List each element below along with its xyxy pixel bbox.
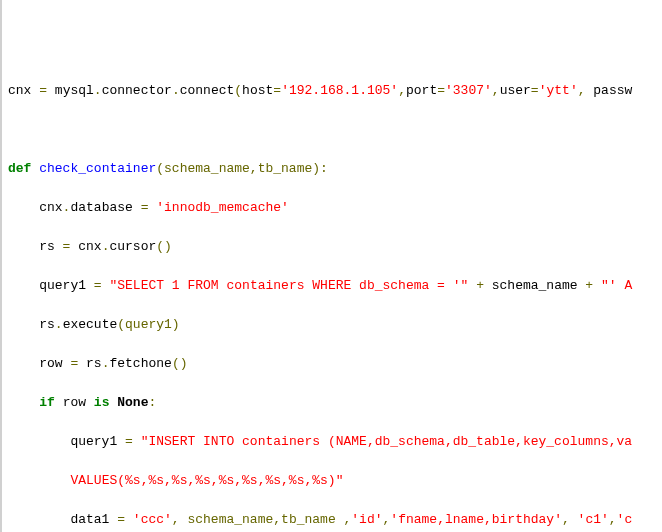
code-line-5: rs = cnx.cursor(): [2, 237, 662, 257]
code-line-3: def check_container(schema_name,tb_name)…: [2, 159, 662, 179]
code-line-4: cnx.database = 'innodb_memcache': [2, 198, 662, 218]
code-line-6: query1 = "SELECT 1 FROM containers WHERE…: [2, 276, 662, 296]
code-line-7: rs.execute(query1): [2, 315, 662, 335]
code-line-10: query1 = "INSERT INTO containers (NAME,d…: [2, 432, 662, 452]
code-line-9: if row is None:: [2, 393, 662, 413]
code-line-12: data1 = 'ccc', schema_name,tb_name ,'id'…: [2, 510, 662, 530]
code-line-2: [2, 120, 662, 140]
code-line-8: row = rs.fetchone(): [2, 354, 662, 374]
code-line-1: cnx = mysql.connector.connect(host='192.…: [2, 81, 662, 101]
code-line-11: VALUES(%s,%s,%s,%s,%s,%s,%s,%s,%s)": [2, 471, 662, 491]
